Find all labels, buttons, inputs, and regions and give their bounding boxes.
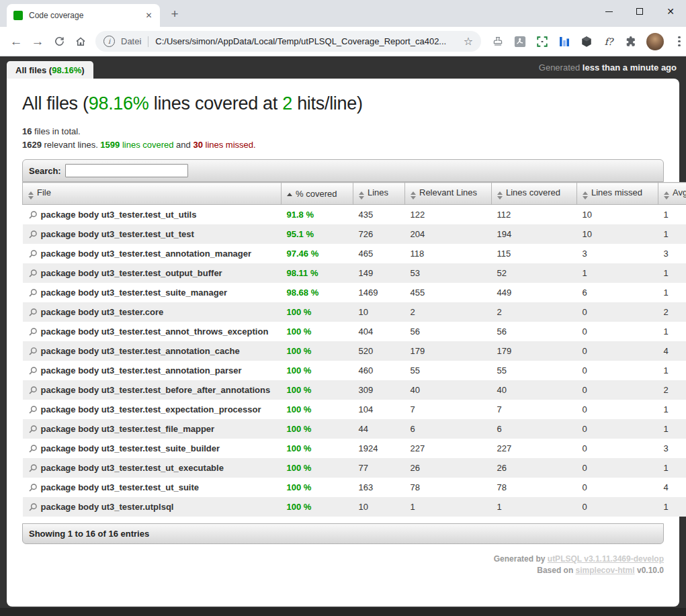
avg-hits-cell: 1 — [658, 322, 686, 341]
column-header-avg-hits[interactable]: Avg. Hits / Line — [658, 183, 686, 205]
lines-missed-cell: 10 — [577, 205, 658, 225]
file-cell: package body ut3_tester.test_ut_suite — [23, 478, 282, 497]
table-row: package body ut3_tester.core 100 % 10 2 … — [23, 302, 686, 322]
summary-text: 16 files in total. 1629 relevant lines. … — [22, 125, 664, 152]
file-link[interactable]: package body ut3_tester.test_expectation… — [28, 404, 261, 414]
column-header-percent-covered[interactable]: % covered — [282, 183, 353, 205]
back-button[interactable]: ← — [5, 31, 27, 52]
sort-both-icon — [664, 191, 669, 200]
home-button[interactable] — [70, 31, 91, 52]
column-header-relevant-lines[interactable]: Relevant Lines — [405, 183, 492, 205]
file-link[interactable]: package body ut3_tester.test_ut_test — [28, 229, 194, 239]
stats-bars-extension-icon[interactable] — [558, 35, 571, 48]
table-row: package body ut3_tester.test_file_mapper… — [23, 419, 686, 439]
maximize-icon — [636, 8, 643, 15]
magnifier-icon — [28, 405, 38, 414]
coverage-table-section: Search: File % covered Lines Relevant Li… — [22, 159, 664, 544]
cube-extension-icon[interactable] — [580, 35, 593, 48]
sort-asc-icon — [287, 193, 292, 196]
lines-cell: 44 — [353, 419, 405, 439]
reload-button[interactable] — [48, 31, 70, 52]
file-link[interactable]: package body ut3_tester.test_output_buff… — [28, 268, 222, 278]
pdf-extension-icon[interactable] — [513, 35, 527, 48]
table-row: package body ut3_tester.test_annotation_… — [23, 244, 686, 263]
lines-cell: 163 — [353, 478, 405, 497]
avg-hits-cell: 4 — [658, 341, 686, 361]
column-header-lines[interactable]: Lines — [353, 183, 405, 205]
table-row: package body ut3_tester.test_ut_suite 10… — [23, 478, 686, 497]
file-link[interactable]: package body ut3_tester.test_file_mapper — [28, 424, 215, 434]
generated-by-line: Generated by utPLSQL v3.1.11.3469-develo… — [22, 554, 664, 565]
lines-cell: 10 — [353, 497, 405, 517]
percent-covered-cell: 100 % — [282, 497, 353, 517]
relevant-lines-cell: 56 — [405, 322, 492, 341]
stamp-extension-icon[interactable] — [491, 35, 505, 48]
lines-cell: 149 — [353, 263, 405, 283]
close-button[interactable]: ✕ — [655, 0, 686, 23]
lines-missed-cell: 0 — [577, 497, 658, 517]
maximize-button[interactable] — [624, 0, 655, 23]
screenshot-extension-icon[interactable] — [535, 35, 549, 48]
percent-covered-cell: 100 % — [282, 380, 353, 400]
percent-covered-cell: 100 % — [282, 458, 353, 478]
file-cell: package body ut3_tester.utplsql — [23, 497, 282, 517]
minimize-button[interactable] — [593, 0, 624, 23]
address-bar[interactable]: i Datei C:/Users/simon/AppData/Local/Tem… — [95, 31, 481, 52]
file-cell: package body ut3_tester.test_ut_test — [23, 224, 282, 244]
file-link[interactable]: package body ut3_tester.test_annotation_… — [28, 365, 242, 376]
column-header-file[interactable]: File — [23, 183, 282, 205]
file-link[interactable]: package body ut3_tester.test_annotation_… — [28, 346, 240, 356]
bookmark-star-icon[interactable]: ☆ — [464, 35, 473, 48]
simplecov-html-link[interactable]: simplecov-html — [576, 566, 635, 575]
lines-cell: 309 — [353, 380, 405, 400]
percent-covered-cell: 100 % — [282, 361, 353, 380]
all-files-tab[interactable]: All files (98.16%) — [7, 61, 93, 79]
file-link[interactable]: package body ut3_tester.core — [28, 307, 164, 317]
search-input[interactable] — [65, 164, 188, 177]
report-footer: Generated by utPLSQL v3.1.11.3469-develo… — [22, 554, 664, 576]
new-tab-button[interactable]: + — [165, 5, 184, 24]
file-link[interactable]: package body ut3_tester.test_ut_executab… — [28, 463, 224, 473]
lines-covered-cell: 179 — [492, 341, 577, 361]
function-extension-icon[interactable]: f? — [602, 35, 615, 48]
url-text[interactable]: C:/Users/simon/AppData/Local/Temp/utPLSQ… — [155, 36, 458, 46]
percent-covered-cell: 100 % — [282, 302, 353, 322]
column-header-lines-covered[interactable]: Lines covered — [492, 183, 577, 205]
column-header-lines-missed[interactable]: Lines missed — [577, 183, 658, 205]
browser-tab[interactable]: Code coverage ✕ — [7, 4, 160, 27]
magnifier-icon — [28, 444, 38, 453]
lines-missed-cell: 0 — [577, 419, 658, 439]
file-link[interactable]: package body ut3_tester.test_annotation_… — [28, 249, 252, 259]
relevant-lines-cell: 78 — [405, 478, 492, 497]
lines-covered-cell: 78 — [492, 478, 577, 497]
url-scheme-label: Datei — [121, 36, 141, 46]
lines-missed-cell: 6 — [577, 283, 658, 302]
relevant-lines-cell: 2 — [405, 302, 492, 322]
page-info-icon[interactable]: i — [103, 36, 115, 47]
avg-hits-cell: 2 — [658, 302, 686, 322]
lines-missed-cell: 0 — [577, 458, 658, 478]
forward-button[interactable]: → — [27, 31, 48, 52]
lines-missed-cell: 0 — [577, 478, 658, 497]
file-cell: package body ut3_tester.test_annotation_… — [23, 244, 282, 263]
file-link[interactable]: package body ut3_tester.test_annot_throw… — [28, 326, 269, 337]
reload-icon — [54, 36, 65, 47]
file-link[interactable]: package body ut3_tester.test_ut_utils — [28, 210, 197, 220]
lines-cell: 465 — [353, 244, 405, 263]
generated-timestamp: Generated less than a minute ago — [539, 62, 679, 73]
lines-cell: 1924 — [353, 439, 405, 458]
lines-covered-cell: 112 — [492, 205, 577, 225]
utplsql-version-link[interactable]: utPLSQL v3.1.11.3469-develop — [548, 554, 664, 564]
file-link[interactable]: package body ut3_tester.test_suite_manag… — [28, 288, 227, 298]
tab-close-icon[interactable]: ✕ — [143, 10, 155, 21]
file-link[interactable]: package body ut3_tester.utplsql — [28, 502, 174, 512]
profile-avatar[interactable] — [646, 33, 664, 50]
file-link[interactable]: package body ut3_tester.test_ut_suite — [28, 482, 200, 492]
files-total-line: 16 files in total. — [22, 125, 664, 138]
puzzle-extensions-menu-icon[interactable] — [624, 35, 638, 48]
file-link[interactable]: package body ut3_tester.test_suite_build… — [28, 443, 220, 453]
browser-menu-icon[interactable] — [673, 35, 686, 48]
covered-summary: 1599 lines covered — [100, 140, 173, 150]
lines-cell: 10 — [353, 302, 405, 322]
file-link[interactable]: package body ut3_tester.test_before_afte… — [28, 385, 271, 395]
